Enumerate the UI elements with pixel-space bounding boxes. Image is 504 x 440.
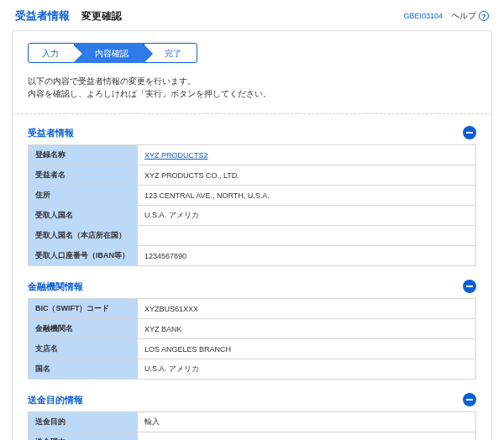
field-label: 支店名 <box>29 339 138 359</box>
collapse-icon[interactable] <box>463 126 476 139</box>
field-label: 登録名称 <box>29 145 138 165</box>
section-bank: 金融機関情報 BIC（SWIFT）コードXYZBUS61XXX 金融機関名XYZ… <box>28 280 476 380</box>
field-value: U.S.A. アメリカ <box>138 206 476 226</box>
field-label: BIC（SWIFT）コード <box>29 299 138 319</box>
field-label: 国名 <box>29 359 138 380</box>
field-value: 輸入 <box>138 412 476 432</box>
field-label: 受取人国名（本店所在国） <box>29 226 138 246</box>
field-label: 金融機関名 <box>29 319 138 339</box>
section-title: 送金目的情報 <box>28 394 83 406</box>
section-purpose: 送金目的情報 送金目的輸入 送金理由AUTO PARTS <box>28 393 476 440</box>
purpose-table: 送金目的輸入 送金理由AUTO PARTS <box>28 411 476 440</box>
field-value: XYZ PRODUCTS2 <box>138 145 476 165</box>
field-value: XYZBUS61XXX <box>138 299 476 319</box>
section-title: 受益者情報 <box>28 127 74 139</box>
section-beneficiary: 受益者情報 登録名称XYZ PRODUCTS2 受益者名XYZ PRODUCTS… <box>28 126 476 266</box>
collapse-icon[interactable] <box>463 280 476 293</box>
intro-line-1: 以下の内容で受益者情報の変更を行います。 <box>28 75 476 87</box>
field-value: XYZ PRODUCTS CO., LTD. <box>138 165 476 186</box>
bank-table: BIC（SWIFT）コードXYZBUS61XXX 金融機関名XYZ BANK 支… <box>28 298 476 380</box>
help-icon: ? <box>479 11 489 21</box>
field-label: 住所 <box>29 186 138 206</box>
collapse-icon[interactable] <box>463 393 476 406</box>
content-card: 入力 内容確認 完了 以下の内容で受益者情報の変更を行います。 内容を確認し、よ… <box>12 30 492 440</box>
field-value: 123 CENTRAL AVE., NORTH, U.S.A. <box>138 186 476 206</box>
field-value <box>138 226 476 246</box>
page-subtitle: 変更確認 <box>81 9 122 24</box>
field-label: 送金理由 <box>29 432 138 440</box>
step-input[interactable]: 入力 <box>28 43 75 63</box>
help-label: ヘルプ <box>451 10 476 22</box>
divider <box>13 113 491 114</box>
field-value: LOS ANGELES BRANCH <box>138 339 476 359</box>
help-link[interactable]: ヘルプ ? <box>451 10 489 22</box>
field-label: 受取人口座番号（IBAN等） <box>29 246 138 266</box>
intro-text: 以下の内容で受益者情報の変更を行います。 内容を確認し、よろしければ「実行」ボタ… <box>28 75 476 100</box>
field-label: 受取人国名 <box>29 206 138 226</box>
field-value: U.S.A. アメリカ <box>138 359 476 380</box>
registered-name-link[interactable]: XYZ PRODUCTS2 <box>144 151 208 160</box>
field-value: AUTO PARTS <box>138 432 476 440</box>
section-title: 金融機関情報 <box>28 280 83 293</box>
screen-code: GBEI03104 <box>403 12 443 20</box>
page-title: 受益者情報 <box>15 8 70 24</box>
field-value: 1234567890 <box>138 246 476 266</box>
field-label: 送金目的 <box>29 412 138 432</box>
beneficiary-table: 登録名称XYZ PRODUCTS2 受益者名XYZ PRODUCTS CO., … <box>28 144 476 266</box>
intro-line-2: 内容を確認し、よろしければ「実行」ボタンを押してください。 <box>28 87 476 100</box>
field-label: 受益者名 <box>29 165 138 186</box>
page-header: 受益者情報 変更確認 GBEI03104 ヘルプ ? <box>0 0 504 30</box>
field-value: XYZ BANK <box>138 319 476 339</box>
wizard-steps: 入力 内容確認 完了 <box>28 43 476 63</box>
step-confirm[interactable]: 内容確認 <box>74 43 144 63</box>
